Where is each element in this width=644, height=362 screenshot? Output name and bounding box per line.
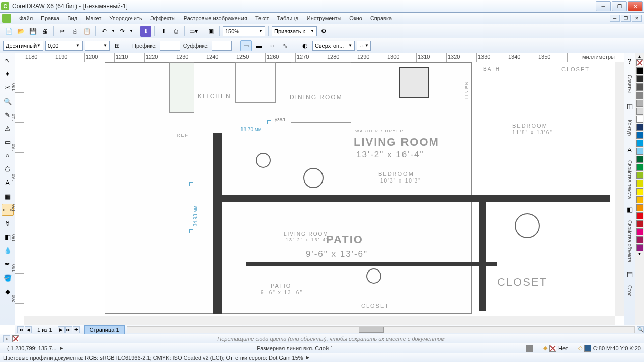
color-swatch[interactable] [636, 148, 643, 155]
text-props-icon[interactable]: A [624, 144, 636, 156]
fill-tool[interactable]: 🪣 [2, 272, 14, 284]
palette-up-icon[interactable]: ▲ [635, 54, 644, 59]
cut-button[interactable]: ✂ [57, 26, 68, 37]
new-button[interactable]: 📄 [3, 26, 14, 37]
leader-icon[interactable]: ◐ [299, 40, 310, 51]
menu-edit[interactable]: Правка [37, 14, 63, 23]
minimize-button[interactable]: ─ [596, 1, 611, 11]
color-swatch[interactable] [636, 140, 643, 147]
page-first-button[interactable]: ⏮ [17, 326, 24, 333]
export-button[interactable]: ⬆ [158, 26, 169, 37]
table-tool[interactable]: ▦ [2, 190, 14, 202]
zoom-page-button[interactable]: 🔍 [637, 326, 644, 333]
color-swatch[interactable] [636, 172, 643, 179]
suffix-input[interactable] [212, 41, 232, 51]
dim-style1-button[interactable]: ▭ [240, 40, 252, 51]
page-last-button[interactable]: ⏭ [65, 326, 72, 333]
menu-tools[interactable]: Инструменты [303, 14, 346, 23]
dim-style2-button[interactable]: ▬ [254, 40, 265, 51]
prefix-input[interactable] [160, 41, 180, 51]
print-button[interactable]: 🖨 [39, 26, 50, 37]
color-none[interactable] [636, 59, 643, 66]
fill-indicator-icon[interactable]: ◆ [543, 345, 547, 351]
color-swatch[interactable] [636, 75, 643, 82]
options-button[interactable]: ⚙ [318, 26, 329, 37]
color-proof-icon[interactable] [526, 345, 533, 352]
palette-menu-button[interactable]: ▸ [3, 335, 10, 342]
open-button[interactable]: 📂 [15, 26, 26, 37]
polygon-tool[interactable]: ⬠ [2, 163, 14, 175]
color-swatch[interactable] [636, 108, 643, 115]
overlap-combo[interactable]: Сверхтон...▼ [312, 41, 355, 51]
page-tab[interactable]: Страница 1 [84, 325, 125, 334]
docker-tray[interactable]: Стос [625, 281, 634, 301]
artistic-tool[interactable]: ⚠ [2, 122, 14, 134]
undo-button[interactable]: ↶ [99, 26, 110, 37]
color-swatch[interactable] [636, 100, 643, 107]
horizontal-scrollbar[interactable] [127, 326, 635, 333]
menu-layout[interactable]: Макет [82, 14, 105, 23]
close-button[interactable]: ✕ [628, 1, 643, 11]
menu-table[interactable]: Таблица [273, 14, 303, 23]
dim-units-button[interactable]: ⊞ [112, 40, 123, 51]
zoom-tool[interactable]: 🔍 [2, 95, 14, 107]
page-add-button[interactable]: ✚ [73, 326, 80, 333]
tray-icon[interactable]: ▤ [624, 267, 636, 280]
publish-button[interactable]: ⎙ [170, 26, 181, 37]
color-swatch[interactable] [636, 244, 643, 251]
color-swatch[interactable] [636, 67, 643, 74]
outline-swatch[interactable] [584, 345, 591, 352]
import-button[interactable]: ⬇ [140, 26, 151, 37]
docker-text-props[interactable]: Свойства текста [625, 157, 634, 202]
menu-window[interactable]: Окно [345, 14, 366, 23]
paste-button[interactable]: 📋 [81, 26, 92, 37]
pick-tool[interactable]: ↖ [2, 54, 14, 66]
mdi-close-button[interactable]: ✕ [632, 15, 642, 22]
color-swatch[interactable] [636, 212, 643, 219]
color-swatch[interactable] [636, 220, 643, 227]
color-swatch[interactable] [636, 92, 643, 99]
horizontal-ruler[interactable]: 11801190 12001210 12201230 12401250 1260… [24, 53, 615, 62]
color-swatch[interactable] [636, 132, 643, 139]
connector-tool[interactable]: ↯ [2, 217, 14, 229]
arrow-combo[interactable]: ↔▼ [357, 41, 371, 51]
dim-style4-button[interactable]: ⤡ [280, 40, 291, 51]
undo-dropdown[interactable]: ▼ [111, 26, 116, 37]
menu-effects[interactable]: Эффекты [146, 14, 180, 23]
palette-down-icon[interactable]: ▼ [635, 252, 644, 256]
fill-swatch[interactable] [549, 345, 556, 352]
menu-text[interactable]: Текст [251, 14, 273, 23]
page-prev-button[interactable]: ◀ [25, 326, 32, 333]
profile-expand-icon[interactable]: ▶ [306, 355, 309, 360]
eyedropper-tool[interactable]: 💧 [2, 244, 14, 256]
color-swatch[interactable] [636, 164, 643, 171]
outline-indicator-icon[interactable]: ◇ [578, 345, 582, 351]
units-combo[interactable]: Десятичный▼ [3, 41, 43, 51]
mdi-restore-button[interactable]: ❐ [621, 15, 631, 22]
color-swatch[interactable] [636, 124, 643, 131]
obj-props-icon[interactable]: ◧ [624, 203, 636, 215]
color-swatch[interactable] [636, 180, 643, 187]
maximize-button[interactable]: ❐ [612, 1, 627, 11]
welcome-button[interactable]: ▣ [205, 26, 216, 37]
fill-dropdown[interactable]: ▭▾ [188, 26, 199, 37]
vertical-scrollbar[interactable] [615, 62, 624, 316]
mdi-minimize-button[interactable]: ─ [610, 15, 620, 22]
menu-help[interactable]: Справка [366, 14, 396, 23]
docker-outline[interactable]: Контур [625, 113, 634, 143]
outline-docker-icon[interactable]: ◫ [624, 100, 636, 112]
zoom-combo[interactable]: 150%▼ [223, 26, 265, 36]
color-swatch[interactable] [636, 196, 643, 203]
app-menu-icon[interactable] [2, 14, 11, 23]
precision-combo[interactable]: 0,00▼ [45, 41, 83, 51]
save-button[interactable]: 💾 [27, 26, 38, 37]
color-swatch[interactable] [636, 116, 643, 123]
menu-bitmaps[interactable]: Растровые изображения [180, 14, 251, 23]
menu-arrange[interactable]: Упорядочить [105, 14, 146, 23]
docker-obj-props[interactable]: Свойства объекта [625, 216, 634, 266]
dim-style3-button[interactable]: ↔ [267, 40, 278, 51]
drawing-canvas[interactable]: KITCHEN DINING ROOM LIVING ROOM 13'-2" x… [24, 62, 615, 316]
copy-button[interactable]: ⎘ [69, 26, 80, 37]
vertical-ruler[interactable]: 130140 150160 170180 190200 [15, 62, 24, 316]
redo-button[interactable]: ↷ [117, 26, 128, 37]
